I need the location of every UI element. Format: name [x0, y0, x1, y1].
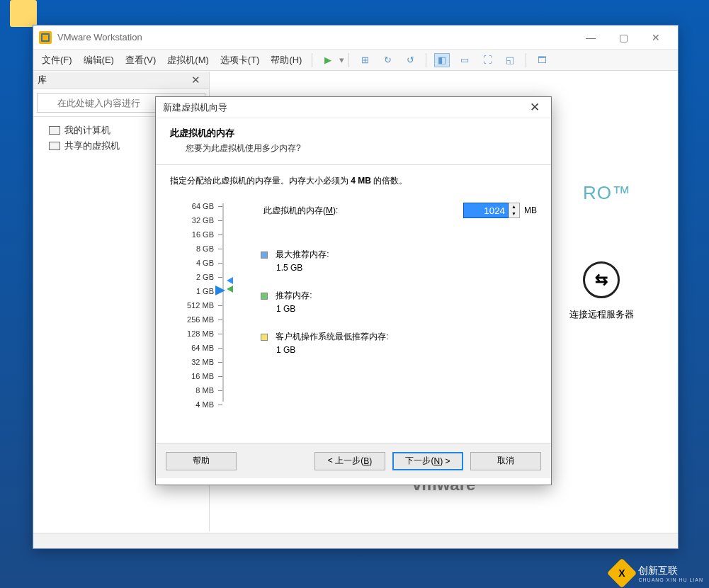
wizard-heading: 此虚拟机的内存	[170, 127, 537, 140]
memory-input[interactable]	[463, 203, 509, 218]
minimize-button[interactable]: —	[574, 28, 607, 47]
app-icon	[39, 31, 52, 44]
close-button[interactable]: ✕	[640, 28, 672, 47]
tick-label: 4 GB	[167, 256, 227, 270]
remote-server-label: 连接远程服务器	[555, 308, 648, 321]
shared-icon	[49, 142, 60, 150]
wizard-title: 新建虚拟机向导	[163, 101, 227, 114]
window-title: VMware Workstation	[57, 32, 142, 43]
memory-input-row: 此虚拟机的内存(M): ▲▼ MB	[263, 203, 537, 218]
tick-label: 512 MB	[167, 298, 227, 312]
toolbar-console-icon[interactable]: ▭	[457, 53, 472, 67]
rec-min: 客户机操作系统最低推荐内存: 1 GB	[261, 331, 389, 355]
back-button[interactable]: < 上一步(B)	[314, 452, 385, 470]
tick-label: 8 MB	[167, 383, 227, 397]
connect-remote-server[interactable]: ⇆ 连接远程服务器	[555, 261, 648, 321]
toolbar-sidebar-icon[interactable]: ◧	[434, 53, 450, 67]
library-close-icon[interactable]: ✕	[187, 74, 205, 86]
toolbar-icon-1[interactable]: ⊞	[357, 53, 373, 67]
blue-square-icon	[261, 251, 268, 259]
marker-max	[227, 277, 233, 285]
toolbar-icon-3[interactable]: ↺	[402, 53, 418, 67]
tick-label: 256 MB	[167, 312, 227, 327]
titlebar[interactable]: VMware Workstation — ▢ ✕	[33, 26, 678, 50]
menubar: 文件(F) 编辑(E) 查看(V) 虚拟机(M) 选项卡(T) 帮助(H) ▶▾…	[33, 50, 678, 71]
tick-label: 32 MB	[167, 355, 227, 369]
wizard-buttons: 帮助 < 上一步(B) 下一步(N) > 取消	[156, 443, 551, 478]
wizard-titlebar[interactable]: 新建虚拟机向导 ✕	[156, 97, 551, 118]
toolbar-unity-icon[interactable]: ◱	[502, 53, 518, 67]
tick-label: 128 MB	[167, 327, 227, 341]
maximize-button[interactable]: ▢	[607, 28, 640, 47]
tick-label: 8 GB	[167, 242, 227, 256]
play-icon[interactable]: ▶	[320, 53, 336, 67]
tick-label: 4 MB	[167, 397, 227, 412]
marker-rec	[227, 285, 233, 294]
watermark: 创新互联 CHUANG XIN HU LIAN	[611, 562, 703, 584]
watermark-sub: CHUANG XIN HU LIAN	[638, 577, 703, 582]
computer-icon	[49, 126, 60, 135]
memory-unit: MB	[524, 205, 537, 215]
wizard-body: 指定分配给此虚拟机的内存量。内存大小必须为 4 MB 的倍数。 此虚拟机的内存(…	[156, 165, 551, 443]
tick-label: 32 GB	[167, 213, 227, 227]
tree-item-label: 共享的虚拟机	[64, 140, 120, 152]
wizard-subheading: 您要为此虚拟机使用多少内存?	[186, 142, 537, 154]
memory-slider-thumb[interactable]	[215, 285, 225, 295]
library-label: 库	[38, 74, 47, 86]
cancel-button[interactable]: 取消	[470, 452, 541, 470]
new-vm-wizard: 新建虚拟机向导 ✕ 此虚拟机的内存 您要为此虚拟机使用多少内存? 指定分配给此虚…	[155, 96, 552, 485]
statusbar	[33, 533, 678, 548]
menu-help[interactable]: 帮助(H)	[265, 51, 307, 69]
wizard-close-icon[interactable]: ✕	[526, 98, 544, 116]
memory-spinner[interactable]: ▲▼	[509, 203, 520, 218]
tree-item-label: 我的计算机	[64, 124, 110, 137]
menu-vm[interactable]: 虚拟机(M)	[161, 51, 215, 69]
tick-label: 16 GB	[167, 227, 227, 242]
wizard-description: 指定分配给此虚拟机的内存量。内存大小必须为 4 MB 的倍数。	[170, 175, 537, 187]
menu-view[interactable]: 查看(V)	[120, 51, 161, 69]
rec-max: 最大推荐内存: 1.5 GB	[261, 249, 389, 273]
wizard-header: 此虚拟机的内存 您要为此虚拟机使用多少内存?	[156, 118, 551, 165]
toolbar-fullscreen-icon[interactable]: ⛶	[480, 53, 495, 67]
tick-label: 64 GB	[167, 199, 227, 213]
rec-recommended: 推荐内存: 1 GB	[261, 290, 389, 314]
toolbar-icon-2[interactable]: ↻	[380, 53, 395, 67]
watermark-icon	[607, 558, 637, 588]
recommendations: 最大推荐内存: 1.5 GB 推荐内存: 1 GB 客户机操作系统最低推荐内存:…	[261, 249, 389, 372]
green-square-icon	[261, 293, 268, 300]
pro-badge: RO™	[583, 182, 631, 204]
tick-label: 2 GB	[167, 270, 227, 284]
help-button[interactable]: 帮助	[166, 452, 237, 470]
next-button[interactable]: 下一步(N) >	[392, 452, 463, 470]
yellow-square-icon	[261, 334, 268, 341]
watermark-brand: 创新互联	[638, 565, 703, 577]
toolbar-library-icon[interactable]: 🗔	[534, 53, 550, 67]
tick-label: 64 MB	[167, 341, 227, 355]
menu-edit[interactable]: 编辑(E)	[78, 51, 120, 69]
memory-slider-track[interactable]	[222, 203, 224, 402]
memory-tick-labels: 64 GB 32 GB 16 GB 8 GB 4 GB 2 GB 1 GB 51…	[167, 199, 227, 412]
menu-tabs[interactable]: 选项卡(T)	[215, 51, 266, 69]
remote-server-icon: ⇆	[583, 261, 620, 298]
menu-file[interactable]: 文件(F)	[36, 51, 78, 69]
tick-label: 16 MB	[167, 369, 227, 383]
library-header: 库 ✕	[33, 72, 209, 89]
memory-label: 此虚拟机的内存(M):	[263, 205, 338, 217]
